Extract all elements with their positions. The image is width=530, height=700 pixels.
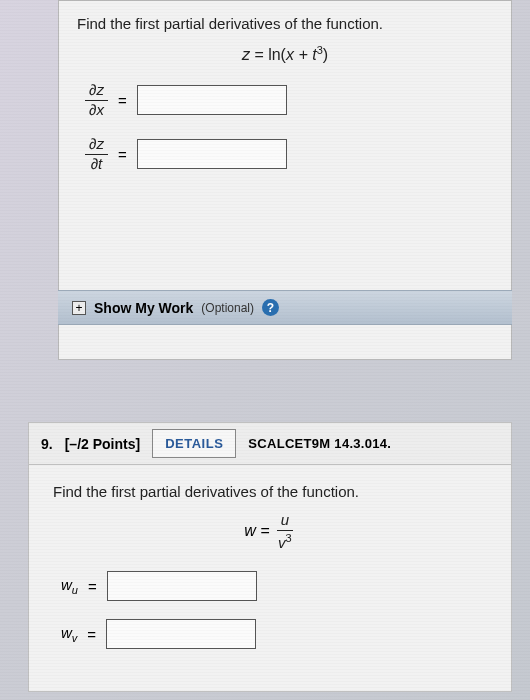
q1-row-dzdx: ∂z ∂x =: [85, 82, 493, 118]
q2-points: [–/2 Points]: [65, 436, 140, 452]
q1-prompt: Find the first partial derivatives of th…: [77, 15, 493, 32]
question-2-header: 9. [–/2 Points] DETAILS SCALCET9M 14.3.0…: [28, 422, 512, 465]
q2-prompt: Find the first partial derivatives of th…: [53, 483, 487, 500]
q2-answer-wv[interactable]: [106, 619, 256, 649]
show-my-work-bar[interactable]: + Show My Work (Optional) ?: [58, 290, 512, 325]
q2-equation: w = u v3: [53, 512, 487, 551]
q2-wu-base: w: [61, 576, 72, 593]
q2-row-wv: wv =: [61, 619, 487, 649]
q2-eq-den-base: v: [278, 534, 286, 551]
q2-eq-den: v3: [274, 531, 296, 552]
q2-number: 9.: [41, 436, 53, 452]
q2-wu-eq: =: [88, 578, 97, 595]
q2-wu-sub: u: [72, 584, 78, 596]
q1-eq-fn: ln(: [268, 46, 286, 63]
q1-dzdx-den: ∂x: [85, 101, 108, 119]
q2-wv-base: w: [61, 624, 72, 641]
smw-label: Show My Work: [94, 300, 193, 316]
q2-wv-eq: =: [87, 626, 96, 643]
q1-dzdx-eq: =: [118, 92, 127, 109]
q1-dzdx-num: ∂z: [85, 82, 108, 101]
q2-row-wu: wu =: [61, 571, 487, 601]
q1-frac-dzdx: ∂z ∂x: [85, 82, 108, 118]
question-1-box: Find the first partial derivatives of th…: [58, 0, 512, 360]
q2-eq-frac: u v3: [274, 512, 296, 551]
q1-dzdt-eq: =: [118, 146, 127, 163]
q2-answer-wu[interactable]: [107, 571, 257, 601]
help-icon[interactable]: ?: [262, 299, 279, 316]
question-2-body: Find the first partial derivatives of th…: [28, 465, 512, 692]
q1-eq-lhs: z: [242, 46, 250, 63]
q2-eq-eq: =: [256, 522, 274, 539]
q1-dzdt-den: ∂t: [87, 155, 107, 173]
q1-equation: z = ln(x + t3): [77, 44, 493, 64]
question-2-wrap: 9. [–/2 Points] DETAILS SCALCET9M 14.3.0…: [28, 422, 512, 692]
q2-wv-sub: v: [72, 632, 78, 644]
smw-optional: (Optional): [201, 301, 254, 315]
q1-eq-plus: +: [294, 46, 312, 63]
q1-frac-dzdt: ∂z ∂t: [85, 136, 108, 172]
q1-row-dzdt: ∂z ∂t =: [85, 136, 493, 172]
expand-icon[interactable]: +: [72, 301, 86, 315]
q2-eq-lhs: w: [244, 522, 256, 539]
q2-source: SCALCET9M 14.3.014.: [248, 436, 391, 451]
q2-wv-label: wv: [61, 624, 77, 644]
q1-eq-close: ): [323, 46, 328, 63]
q2-eq-den-exp: 3: [286, 532, 292, 544]
details-button[interactable]: DETAILS: [152, 429, 236, 458]
q1-eq-eq: =: [250, 46, 268, 63]
q1-eq-var1: x: [286, 46, 294, 63]
q1-dzdt-num: ∂z: [85, 136, 108, 155]
q2-wu-label: wu: [61, 576, 78, 596]
q2-eq-num: u: [277, 512, 293, 531]
q1-answer-dzdt[interactable]: [137, 139, 287, 169]
q1-answer-dzdx[interactable]: [137, 85, 287, 115]
